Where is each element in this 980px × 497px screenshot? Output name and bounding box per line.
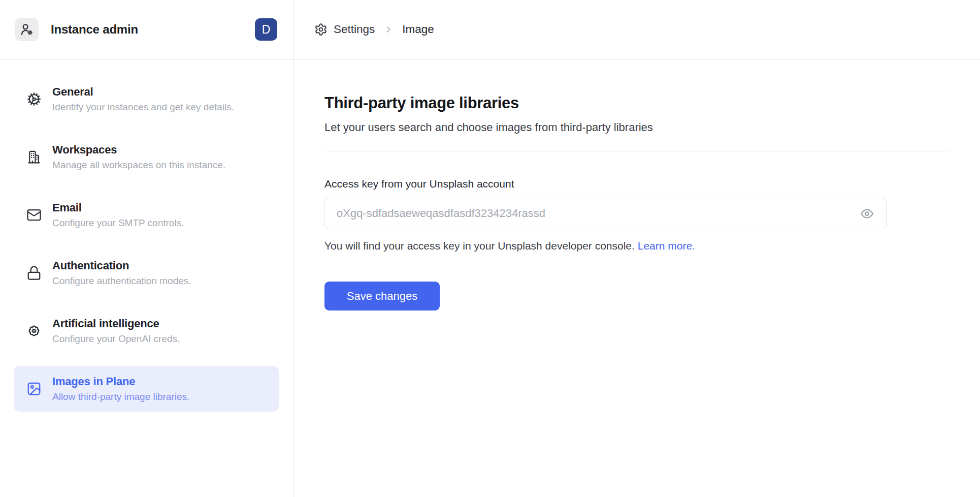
lock-icon: [26, 265, 42, 281]
sidebar-item-workspaces[interactable]: WorkspacesManage all workspaces on this …: [14, 134, 279, 180]
mail-icon: [26, 207, 42, 223]
help-text-body: You will find your access key in your Un…: [324, 240, 635, 252]
sidebar-item-description: Configure your SMTP controls.: [52, 218, 184, 229]
sidebar-item-description: Identify your instances and get key deta…: [52, 102, 234, 113]
sidebar-item-text: WorkspacesManage all workspaces on this …: [52, 143, 225, 171]
sidebar-item-label: General: [52, 85, 234, 99]
app-title: Instance admin: [51, 22, 138, 37]
sidebar-item-label: Authentication: [52, 259, 191, 272]
save-changes-button[interactable]: Save changes: [324, 282, 440, 310]
instance-admin-app: Instance admin D GeneralIdentify your in…: [0, 0, 980, 497]
sidebar-item-label: Artificial intelligence: [52, 317, 180, 330]
user-cog-icon: [15, 18, 39, 41]
sidebar-item-text: EmailConfigure your SMTP controls.: [52, 201, 184, 229]
building-icon: [26, 149, 42, 165]
access-key-field-wrapper: [324, 198, 887, 229]
sidebar-item-text: Images in PlaneAllow third-party image l…: [52, 375, 189, 402]
breadcrumb-image: Image: [402, 23, 434, 36]
sidebar: Instance admin D GeneralIdentify your in…: [0, 0, 294, 497]
sidebar-item-label: Workspaces: [52, 143, 225, 157]
learn-more-link[interactable]: Learn more.: [638, 240, 695, 252]
sidebar-item-images-in-plane[interactable]: Images in PlaneAllow third-party image l…: [14, 366, 279, 412]
sidebar-item-description: Allow third-party image libraries.: [52, 391, 189, 402]
sidebar-item-general[interactable]: GeneralIdentify your instances and get k…: [14, 76, 279, 122]
toggle-visibility-button[interactable]: [860, 207, 874, 221]
sidebar-item-description: Configure your OpenAI creds.: [52, 333, 180, 345]
section-divider: [324, 151, 950, 151]
sidebar-item-text: Artificial intelligenceConfigure your Op…: [52, 317, 180, 345]
help-text: You will find your access key in your Un…: [324, 240, 950, 252]
user-avatar[interactable]: D: [255, 18, 277, 41]
sidebar-item-description: Configure authentication modes.: [52, 275, 191, 287]
sidebar-item-artificial-intelligence[interactable]: Artificial intelligenceConfigure your Op…: [14, 308, 279, 354]
breadcrumb-settings[interactable]: Settings: [334, 23, 375, 36]
image-icon: [26, 381, 42, 396]
settings-content: Third-party image libraries Let your use…: [294, 59, 980, 310]
eye-icon: [860, 207, 874, 221]
sidebar-item-text: GeneralIdentify your instances and get k…: [52, 85, 234, 113]
sidebar-item-label: Email: [52, 201, 184, 214]
page-title: Third-party image libraries: [324, 94, 950, 112]
sidebar-nav: GeneralIdentify your instances and get k…: [0, 59, 293, 412]
sidebar-item-email[interactable]: EmailConfigure your SMTP controls.: [14, 192, 279, 238]
settings-gear-icon: [314, 23, 328, 36]
access-key-input[interactable]: [337, 207, 852, 220]
sidebar-item-text: AuthenticationConfigure authentication m…: [52, 259, 191, 287]
chevron-right-icon: [383, 24, 394, 35]
main-panel: Settings Image Third-party image librari…: [294, 0, 980, 497]
sidebar-item-label: Images in Plane: [52, 375, 189, 388]
brain-gear-icon: [26, 323, 42, 338]
page-subtitle: Let your users search and choose images …: [324, 121, 950, 134]
sidebar-item-authentication[interactable]: AuthenticationConfigure authentication m…: [14, 250, 279, 296]
sidebar-header: Instance admin D: [0, 0, 293, 59]
sidebar-item-description: Manage all workspaces on this instance.: [52, 160, 225, 171]
access-key-label: Access key from your Unsplash account: [324, 178, 950, 190]
cog-icon: [26, 91, 42, 107]
breadcrumb: Settings Image: [294, 0, 980, 59]
